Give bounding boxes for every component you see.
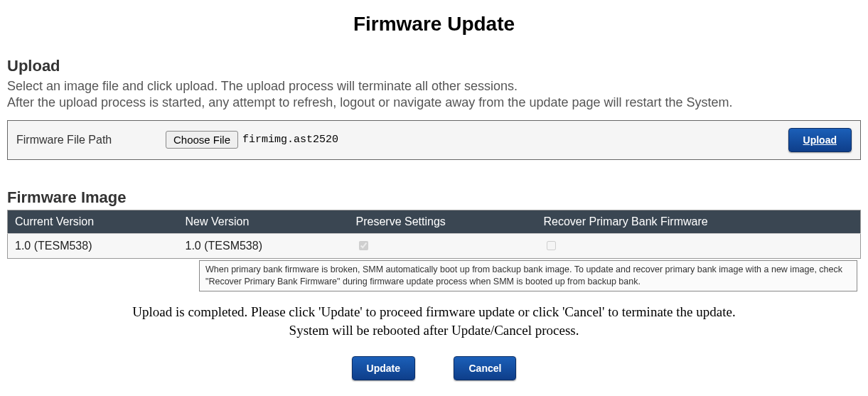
col-recover-primary: Recover Primary Bank Firmware [537,210,861,233]
chosen-file-name: firmimg.ast2520 [242,134,338,146]
table-header-row: Current Version New Version Preserve Set… [8,210,861,233]
cell-preserve-settings [349,233,537,258]
update-button[interactable]: Update [352,356,415,380]
col-new-version: New Version [178,210,349,233]
cancel-button[interactable]: Cancel [454,356,516,380]
file-path-label: Firmware File Path [16,134,166,146]
firmware-image-heading: Firmware Image [7,188,861,207]
page-title: Firmware Update [7,13,861,36]
completion-message: Upload is completed. Please click 'Updat… [7,303,861,341]
action-buttons: Update Cancel [7,356,861,380]
cell-recover-primary [537,233,861,258]
upload-desc-line2: After the upload process is started, any… [7,95,733,109]
col-preserve-settings: Preserve Settings [349,210,537,233]
col-current-version: Current Version [8,210,178,233]
recover-primary-checkbox[interactable] [547,241,556,250]
choose-file-button[interactable]: Choose File [166,131,238,149]
recover-primary-tooltip: When primary bank firmware is broken, SM… [199,260,857,291]
upload-button[interactable]: Upload [788,128,852,152]
completion-line1: Upload is completed. Please click 'Updat… [132,304,735,319]
completion-line2: System will be rebooted after Update/Can… [289,323,579,338]
upload-description: Select an image file and click upload. T… [7,78,861,112]
table-row: 1.0 (TESM538) 1.0 (TESM538) [8,233,861,258]
upload-heading: Upload [7,57,861,75]
upload-desc-line1: Select an image file and click upload. T… [7,79,518,93]
file-picker: Choose File firmimg.ast2520 [166,131,338,149]
preserve-settings-checkbox[interactable] [359,241,368,250]
upload-panel: Firmware File Path Choose File firmimg.a… [7,120,861,160]
cell-new-version: 1.0 (TESM538) [178,233,349,258]
firmware-image-table: Current Version New Version Preserve Set… [7,210,861,259]
cell-current-version: 1.0 (TESM538) [8,233,178,258]
